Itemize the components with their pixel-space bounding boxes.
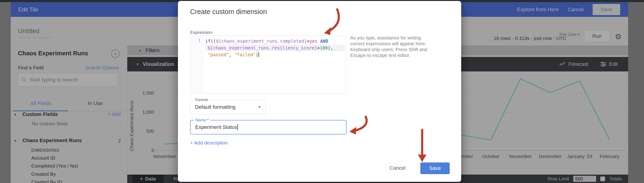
add-description-link[interactable]: + Add description xyxy=(190,140,228,146)
create-custom-dimension-dialog: Create custom dimension Expression 1 if(… xyxy=(178,1,461,182)
name-label: Name * xyxy=(194,118,210,122)
code-row-2: ${chaos_experiment_runs.resiliency_score… xyxy=(205,44,345,51)
text-cursor xyxy=(238,124,238,130)
dialog-cancel-button[interactable]: Cancel xyxy=(390,165,405,171)
required-asterisk: * xyxy=(207,118,209,122)
editor-gutter: 1 xyxy=(190,36,204,94)
name-field[interactable]: Name * Experiment Status xyxy=(190,120,346,134)
code-row-3: "passed", "failed") xyxy=(205,51,345,58)
dialog-save-button[interactable]: Save xyxy=(420,162,450,174)
expression-label: Expression xyxy=(190,30,212,35)
dialog-title: Create custom dimension xyxy=(190,8,267,16)
line-number: 1 xyxy=(190,38,200,43)
name-value: Experiment Status xyxy=(195,124,237,130)
text-cursor xyxy=(258,52,259,57)
chevron-down-icon: ▼ xyxy=(258,105,261,109)
expression-help-text: As you type, assistance for writing corr… xyxy=(350,35,432,58)
code-row-1: if((${chaos_experiment_runs.completed}=y… xyxy=(205,38,345,44)
format-label: Format xyxy=(194,98,210,102)
expression-editor[interactable]: 1 if((${chaos_experiment_runs.completed}… xyxy=(190,36,346,94)
screen: Edit Tile Explore from Here Cancel Save … xyxy=(0,0,644,183)
format-value: Default formatting xyxy=(195,104,236,110)
format-select[interactable]: Format Default formatting ▼ xyxy=(190,100,266,114)
